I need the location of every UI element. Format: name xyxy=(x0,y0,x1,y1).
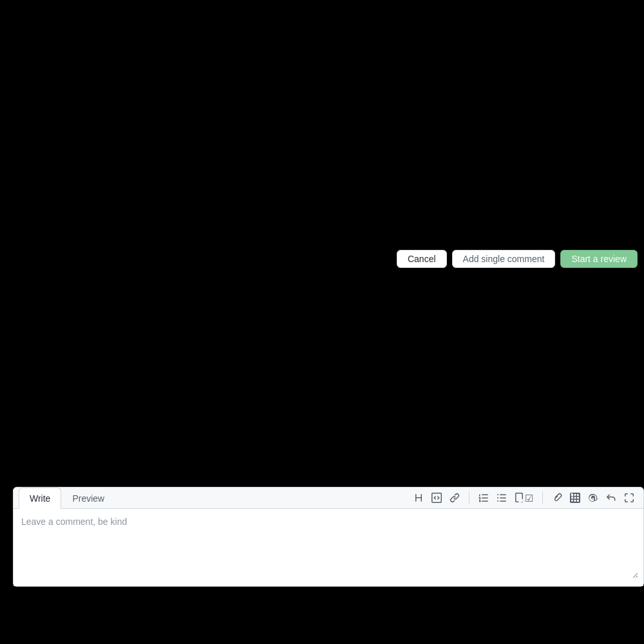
divider-2 xyxy=(542,491,543,504)
tab-preview[interactable]: Preview xyxy=(61,488,115,509)
unordered-list-icon[interactable] xyxy=(493,490,511,506)
mention-icon[interactable] xyxy=(584,490,602,506)
fullscreen-icon[interactable] xyxy=(620,490,638,506)
start-review-button[interactable]: Start a review xyxy=(560,250,638,268)
attachment-icon[interactable] xyxy=(548,490,566,506)
textarea-wrap xyxy=(14,509,643,586)
divider-1 xyxy=(469,491,469,504)
tab-write[interactable]: Write xyxy=(19,488,61,509)
ordered-list-icon[interactable] xyxy=(475,490,493,506)
toolbar-icons: ☑ xyxy=(410,490,638,506)
code-icon[interactable] xyxy=(428,490,446,506)
comment-textarea[interactable] xyxy=(19,514,638,578)
heading-icon[interactable] xyxy=(410,490,428,506)
undo-icon[interactable] xyxy=(602,490,620,506)
cancel-button[interactable]: Cancel xyxy=(397,250,447,268)
toolbar-group-2: ☑ xyxy=(475,490,537,506)
toolbar-group-3 xyxy=(548,490,638,506)
tabs-toolbar: Write Preview xyxy=(14,488,643,509)
link-icon[interactable] xyxy=(446,490,464,506)
task-list-icon[interactable]: ☑ xyxy=(511,490,537,506)
add-single-comment-button[interactable]: Add single comment xyxy=(452,250,556,268)
toolbar-group-1 xyxy=(410,490,464,506)
editor-panel: Write Preview xyxy=(13,487,644,587)
table-icon[interactable] xyxy=(566,490,584,506)
